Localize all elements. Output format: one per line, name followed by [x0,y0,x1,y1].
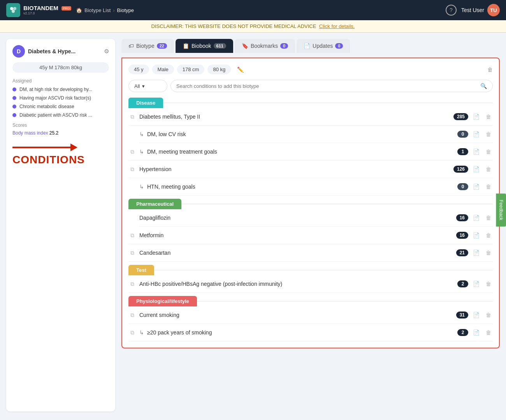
edit-patient-icon[interactable]: ✏️ [237,66,244,73]
copy-icon-metformin[interactable]: ⧉ [128,231,136,239]
category-physio-header: Physiological/lifestyle [128,296,493,306]
delete-patient-icon[interactable]: 🗑 [487,66,493,73]
count-dm-treatment: 1 [457,148,468,155]
category-line-pharma [181,204,493,204]
disclaimer-link[interactable]: Click for details. [319,23,355,29]
delete-icon-packyears[interactable]: 🗑 [484,328,493,337]
copy-icon-hypertension[interactable]: ⧉ [128,165,136,173]
feedback-tab[interactable]: Feedback [496,194,506,227]
condition-name-metformin: Metformin [139,232,453,238]
breadcrumb-separator: › [113,7,114,13]
user-name: Test User [461,7,484,13]
condition-row-dapagliflozin: Dapagliflozin 16 📄 🗑 [139,209,493,227]
category-disease-header: Disease [128,98,493,108]
nav-left: BIOTANDEM PRO v2.17.0 🏠 Biotype List › B… [6,3,134,17]
category-line-physio [197,301,493,301]
conditions-list: Disease ⧉ Diabetes mellitus, Type II 285… [128,98,493,341]
category-tag-test: Test [128,265,154,275]
app-name: BIOTANDEM [23,5,58,12]
assigned-dot-1 [12,88,16,91]
condition-row-dm-cv: ↳ DM, low CV risk 0 📄 🗑 [139,126,493,143]
save-icon-dapagliflozin[interactable]: 📄 [471,213,481,222]
pro-badge: PRO [61,6,71,10]
delete-icon-metformin[interactable]: 🗑 [484,231,493,240]
category-line-disease [163,103,493,103]
delete-icon-smoking[interactable]: 🗑 [484,310,493,320]
help-button[interactable]: ? [446,5,457,16]
search-input[interactable] [176,83,477,89]
copy-icon-dm-treatment[interactable]: ⧉ [128,148,136,156]
save-icon-htn[interactable]: 📄 [471,182,481,191]
age-chip: 45 y [128,65,149,74]
delete-icon-dm-treatment[interactable]: 🗑 [484,147,493,156]
copy-icon-candesartan[interactable]: ⧉ [128,249,136,257]
save-icon-antihbc[interactable]: 📄 [471,279,481,289]
delete-icon-antihbc[interactable]: 🗑 [484,279,493,289]
condition-name-smoking: Current smoking [139,312,453,318]
sex-chip: Male [152,65,174,74]
category-tag-disease: Disease [128,98,163,108]
condition-row-candesartan: ⧉ Candesartan 21 📄 🗑 [128,244,493,262]
user-avatar: TU [487,4,500,16]
copy-icon-antihbc[interactable]: ⧉ [128,280,136,288]
save-icon-hypertension[interactable]: 📄 [471,164,481,174]
assigned-text-3: Chronic metabolic disease [19,104,74,109]
save-icon-dm-treatment[interactable]: 📄 [471,147,481,156]
copy-icon-diabetes[interactable]: ⧉ [128,113,136,121]
sub-arrow-htn: ↳ [139,184,144,190]
delete-icon-candesartan[interactable]: 🗑 [484,248,493,257]
sidebar-header: D Diabetes & Hype... ⚙ [12,45,109,58]
bmi-link[interactable]: Body mass index [12,130,48,136]
disclaimer-bar: DISCLAIMER: THIS WEBSITE DOES NOT PROVID… [0,20,506,33]
condition-name-candesartan: Candesartan [139,250,453,256]
save-icon-smoking[interactable]: 📄 [471,310,481,320]
delete-icon-htn[interactable]: 🗑 [484,182,493,191]
conditions-arrow [12,144,109,151]
condition-row-metformin: ⧉ Metformin 16 📄 🗑 [128,227,493,244]
condition-name-dm-cv: DM, low CV risk [147,131,454,137]
delete-icon-diabetes[interactable]: 🗑 [484,112,493,121]
count-candesartan: 21 [456,249,468,256]
tab-updates[interactable]: 📄 Updates 0 [297,39,350,53]
breadcrumb-biotype-list[interactable]: Biotype List [84,7,111,13]
save-icon-packyears[interactable]: 📄 [471,328,481,337]
tab-biotype[interactable]: 🏷 Biotype 22 [121,39,174,53]
assigned-dot-2 [12,96,16,100]
save-icon-candesartan[interactable]: 📄 [471,248,481,257]
condition-name-dapagliflozin: Dapagliflozin [139,215,453,221]
tab-biobook[interactable]: 📋 Biobook 611 [176,39,233,53]
category-filter[interactable]: All ▾ [128,80,167,92]
delete-icon-dapagliflozin[interactable]: 🗑 [484,213,493,222]
tabs-bar: 🏷 Biotype 22 📋 Biobook 611 🔖 Bookmarks 0… [121,39,500,53]
sidebar: D Diabetes & Hype... ⚙ 45y M 178cm 80kg … [6,39,115,411]
biotype-content-panel: 45 y Male 178 cm 80 kg ✏️ 🗑 All ▾ 🔍 [121,58,500,348]
search-bar: All ▾ 🔍 [128,80,493,92]
delete-icon-hypertension[interactable]: 🗑 [484,164,493,174]
copy-icon-smoking[interactable]: ⧉ [128,311,136,319]
count-diabetes: 285 [453,113,468,120]
tab-biobook-badge: 611 [214,43,226,49]
save-icon-metformin[interactable]: 📄 [471,231,481,240]
count-packyears: 2 [457,329,468,336]
assigned-text-1: DM, at high risk for developing hy... [19,87,92,92]
settings-icon[interactable]: ⚙ [104,48,109,55]
breadcrumb: 🏠 Biotype List › Biotype [76,7,134,13]
condition-row-dm-treatment: ⧉ ↳ DM, meeting treatment goals 1 📄 🗑 [128,143,493,161]
save-icon-dm-cv[interactable]: 📄 [471,130,481,139]
arrow-head [70,144,77,151]
score-item-bmi: Body mass index 25.2 [12,130,109,136]
tab-bookmarks[interactable]: 🔖 Bookmarks 0 [235,39,295,53]
copy-icon-packyears[interactable]: ⧉ [128,329,136,336]
arrow-line [12,147,70,148]
delete-icon-dm-cv[interactable]: 🗑 [484,130,493,139]
user-menu[interactable]: Test User TU [461,4,500,16]
search-input-wrap: 🔍 [170,80,493,92]
condition-name-dm-treatment: DM, meeting treatment goals [147,149,454,155]
assigned-dot-3 [12,105,16,108]
tab-biotype-label: Biotype [136,43,155,49]
tab-updates-label: Updates [313,43,333,49]
biotype-icon: 🏷 [128,43,134,49]
filter-value: All [134,83,140,89]
search-icon: 🔍 [480,83,487,89]
save-icon-diabetes[interactable]: 📄 [471,112,481,121]
